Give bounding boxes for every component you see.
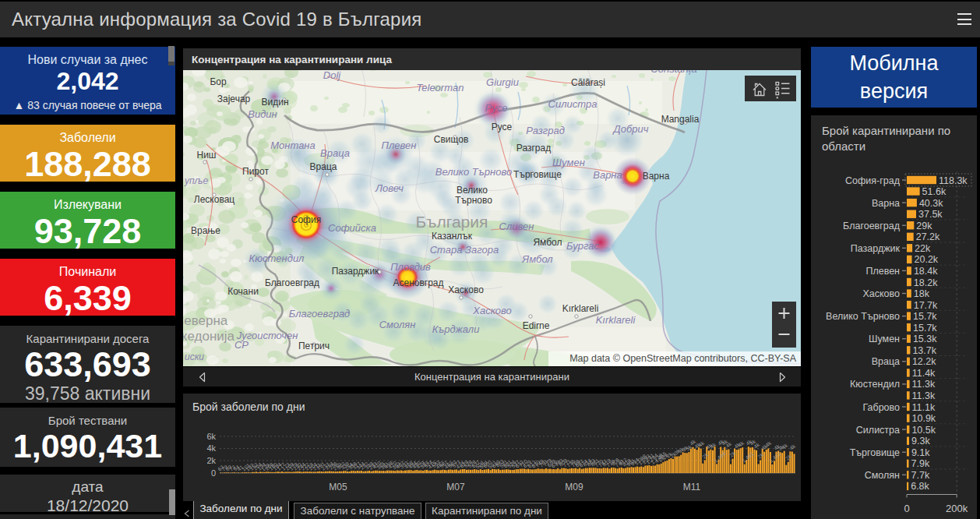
svg-text:Варна: Варна [643,171,670,182]
svg-text:Giurgiu: Giurgiu [486,76,519,88]
svg-text:11.4k: 11.4k [912,368,936,379]
svg-text:Велико Търново: Велико Търново [826,311,900,322]
svg-text:2k: 2k [728,450,736,457]
svg-text:Силистра: Силистра [856,425,900,436]
svg-text:M05: M05 [329,482,347,493]
svg-text:Бургас: Бургас [566,240,599,252]
svg-text:Dolj: Dolj [323,70,342,81]
svg-text:0: 0 [211,468,216,478]
svg-text:37.5k: 37.5k [918,209,943,220]
svg-text:29k: 29k [916,221,932,231]
svg-text:СР: СР [234,339,249,351]
svg-text:2k: 2k [206,456,216,465]
svg-text:Бор: Бор [210,76,227,87]
svg-text:Варна: Варна [593,169,622,181]
svg-text:Ямбол: Ямбол [533,237,562,248]
svg-text:Зајечар: Зајечар [217,94,251,104]
svg-text:11.3k: 11.3k [912,390,936,401]
svg-text:Варна: Варна [872,198,900,209]
svg-text:България: България [416,213,488,231]
svg-text:15.3k: 15.3k [913,334,937,344]
svg-text:Teleorman: Teleorman [417,82,464,94]
svg-text:Асеновград: Асеновград [393,277,443,288]
svg-text:Търговище: Търговище [850,447,900,458]
svg-text:51.6k: 51.6k [922,186,947,197]
svg-text:Силистра: Силистра [548,98,598,110]
svg-text:0: 0 [904,503,909,514]
svg-text:118.3k: 118.3k [939,175,968,186]
svg-text:Видин: Видин [261,97,288,108]
svg-text:Врање: Врање [191,225,220,236]
svg-text:Kırklareli: Kırklareli [596,314,636,326]
svg-text:9.1k: 9.1k [911,447,930,458]
svg-text:Търговище: Търговище [513,169,562,180]
svg-text:Търново: Търново [455,195,492,206]
svg-text:Плевен: Плевен [865,266,900,277]
svg-text:упље: упље [184,175,209,186]
svg-text:Русе: Русе [485,102,508,114]
svg-text:Ловеч: Ловеч [375,182,404,194]
svg-text:Кочани: Кочани [227,286,259,297]
svg-text:12.2k: 12.2k [912,356,936,367]
svg-text:M09: M09 [565,482,583,493]
svg-text:18k: 18k [914,288,930,299]
svg-text:M07: M07 [446,482,465,493]
svg-text:7.7k: 7.7k [911,470,930,481]
svg-text:20.2k: 20.2k [915,254,939,265]
svg-text:Велико Търново: Велико Търново [435,166,512,178]
svg-text:Călărași: Călărași [571,77,605,88]
svg-text:Смолян: Смолян [379,319,416,330]
svg-text:Велико: Велико [457,185,488,196]
svg-text:Ниш: Ниш [197,150,217,161]
svg-text:Kırklareli: Kırklareli [562,303,599,314]
svg-text:Пирот: Пирот [242,166,269,177]
svg-text:15.7k: 15.7k [913,323,937,334]
svg-text:Шумен: Шумен [552,157,585,168]
svg-text:Видин: Видин [248,108,277,120]
svg-text:18.4k: 18.4k [914,266,938,277]
svg-text:6.8k: 6.8k [911,481,929,492]
svg-text:иски: иски [185,351,204,362]
svg-text:10.9k: 10.9k [912,413,936,424]
svg-text:Сливен: Сливен [499,221,534,232]
svg-text:Смолян: Смолян [865,470,900,481]
svg-text:Благоевград: Благоевград [289,308,351,320]
svg-text:Добрич: Добрич [612,123,649,135]
svg-text:Свищов: Свищов [434,134,469,145]
svg-text:40.3k: 40.3k [919,198,943,209]
svg-text:Пазарджик: Пазарджик [851,243,901,254]
svg-text:Constanța: Constanța [650,70,696,75]
svg-text:M11: M11 [683,482,701,493]
svg-text:Лесковац: Лесковац [194,194,235,205]
svg-text:Враца: Враца [320,147,350,159]
svg-text:Хасково: Хасково [472,305,512,316]
svg-text:Хасково: Хасково [862,288,900,299]
svg-text:Стара Загора: Стара Загора [430,244,499,256]
svg-text:Монтана: Монтана [270,139,316,151]
svg-text:7.9k: 7.9k [911,458,930,469]
svg-text:Edirne: Edirne [523,320,550,331]
svg-text:2k: 2k [756,451,764,459]
svg-text:22k: 22k [915,243,931,254]
svg-text:Враца: Враца [310,161,337,172]
svg-text:9.3k: 9.3k [911,436,930,447]
svg-text:Софийска: Софийска [328,222,376,234]
svg-text:Благоевград: Благоевград [843,221,901,231]
svg-text:Разград: Разград [526,125,565,136]
svg-text:Русе: Русе [492,122,513,132]
svg-text:Казанлък: Казанлък [432,231,473,242]
svg-text:Кърджали: Кърджали [432,323,480,335]
svg-text:Пловдив: Пловдив [390,261,431,273]
svg-text:11.1k: 11.1k [912,402,936,413]
svg-text:Плевен: Плевен [382,139,417,151]
svg-text:Ямбол: Ямбол [521,253,553,265]
svg-text:Благоевград: Благоевград [265,277,319,288]
svg-text:Враца: Враца [872,356,900,367]
svg-text:200k: 200k [946,503,968,514]
svg-text:Mangalia: Mangalia [661,114,700,125]
svg-text:Габрово: Габрово [862,402,900,413]
svg-text:Кюстендил: Кюстендил [850,379,900,390]
svg-text:13.7k: 13.7k [912,345,936,356]
svg-text:Кюстендил: Кюстендил [249,252,305,264]
svg-text:Пазарджик: Пазарджик [332,266,379,277]
